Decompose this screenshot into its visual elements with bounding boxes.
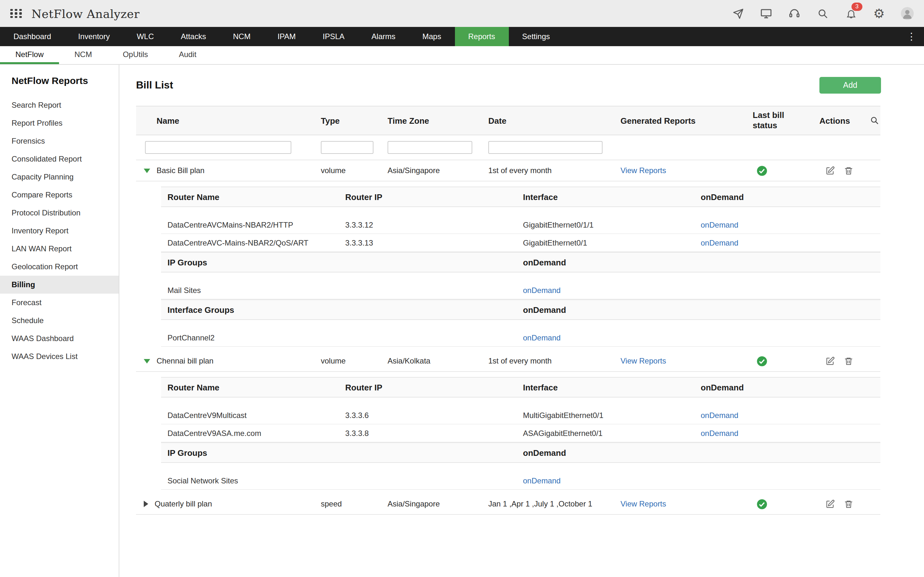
tab-netflow[interactable]: NetFlow bbox=[0, 46, 59, 64]
view-reports-link[interactable]: View Reports bbox=[620, 166, 666, 175]
nav-item-settings[interactable]: Settings bbox=[509, 27, 564, 46]
ondemand-link[interactable]: onDemand bbox=[701, 411, 738, 420]
col-interface: Interface bbox=[523, 192, 701, 201]
collapse-row-icon[interactable] bbox=[144, 168, 150, 173]
filter-type-input[interactable] bbox=[321, 141, 373, 154]
edit-bill-icon[interactable] bbox=[825, 166, 835, 175]
table-search-icon[interactable] bbox=[870, 116, 879, 127]
router-header-row: Router Name Router IP Interface onDemand bbox=[161, 377, 880, 398]
col-interface: Interface bbox=[523, 382, 701, 392]
app-title: NetFlow Analyzer bbox=[31, 7, 140, 20]
sidebar-item-schedule[interactable]: Schedule bbox=[0, 311, 119, 330]
tab-oputils[interactable]: OpUtils bbox=[107, 46, 164, 64]
view-reports-link[interactable]: View Reports bbox=[620, 356, 666, 366]
user-avatar[interactable] bbox=[901, 7, 914, 20]
table-header-row: Name Type Time Zone Date Generated Repor… bbox=[136, 106, 880, 135]
add-bill-button[interactable]: Add bbox=[819, 77, 881, 93]
ip-groups-header-row: IP Groups onDemand bbox=[161, 442, 880, 463]
main-nav: Dashboard Inventory WLC Attacks NCM IPAM… bbox=[0, 27, 924, 46]
sidebar-item-protocol-distribution[interactable]: Protocol Distribution bbox=[0, 204, 119, 222]
bill-list-panel: Bill List Add Name Type Time Zone Date G… bbox=[120, 65, 924, 577]
sidebar-item-billing[interactable]: Billing bbox=[0, 276, 119, 293]
bill-row-quaterly: Quaterly bill plan speed Asia/Singapore … bbox=[136, 494, 880, 515]
ip-group-row: Mail Sites onDemand bbox=[161, 282, 880, 300]
sidebar-item-capacity-planning[interactable]: Capacity Planning bbox=[0, 168, 119, 186]
search-icon[interactable] bbox=[816, 7, 829, 20]
sidebar-item-consolidated-report[interactable]: Consolidated Report bbox=[0, 150, 119, 168]
headset-support-icon[interactable] bbox=[788, 7, 801, 20]
expand-row-icon[interactable] bbox=[144, 501, 148, 507]
sidebar-item-waas-devices-list[interactable]: WAAS Devices List bbox=[0, 348, 119, 366]
ip-groups-title: IP Groups bbox=[168, 448, 523, 458]
sidebar-item-forensics[interactable]: Forensics bbox=[0, 132, 119, 150]
router-name: DataCentreV9Multicast bbox=[168, 411, 345, 420]
reports-sidebar: NetFlow Reports Search Report Report Pro… bbox=[0, 65, 120, 577]
delete-bill-icon[interactable] bbox=[844, 166, 853, 175]
sidebar-item-waas-dashboard[interactable]: WAAS Dashboard bbox=[0, 330, 119, 348]
bill-time-zone: Asia/Singapore bbox=[388, 500, 488, 508]
sidebar-item-inventory-report[interactable]: Inventory Report bbox=[0, 222, 119, 240]
ondemand-link[interactable]: onDemand bbox=[523, 333, 561, 342]
nav-item-ncm[interactable]: NCM bbox=[220, 27, 264, 46]
ondemand-link[interactable]: onDemand bbox=[523, 476, 561, 485]
nav-overflow-kebab-icon[interactable]: ⋮ bbox=[899, 27, 924, 46]
ondemand-link[interactable]: onDemand bbox=[523, 285, 561, 295]
delete-bill-icon[interactable] bbox=[844, 356, 853, 366]
nav-item-alarms[interactable]: Alarms bbox=[358, 27, 409, 46]
sidebar-item-compare-reports[interactable]: Compare Reports bbox=[0, 186, 119, 204]
router-header-row: Router Name Router IP Interface onDemand bbox=[161, 187, 880, 207]
apps-grid-icon[interactable] bbox=[10, 9, 23, 18]
bill-date: 1st of every month bbox=[488, 356, 620, 366]
filter-name-input[interactable] bbox=[145, 141, 291, 154]
screen-share-icon[interactable] bbox=[760, 7, 772, 20]
ip-group-name: Social Network Sites bbox=[168, 476, 523, 485]
router-ip: 3.3.3.13 bbox=[345, 238, 523, 247]
ondemand-link[interactable]: onDemand bbox=[701, 220, 738, 229]
nav-item-reports[interactable]: Reports bbox=[455, 27, 509, 46]
bill-date: 1st of every month bbox=[488, 166, 620, 175]
ondemand-link[interactable]: onDemand bbox=[701, 429, 738, 438]
filter-date-input[interactable] bbox=[488, 141, 603, 154]
delete-bill-icon[interactable] bbox=[844, 499, 853, 509]
nav-item-maps[interactable]: Maps bbox=[409, 27, 455, 46]
ondemand-link[interactable]: onDemand bbox=[701, 238, 738, 247]
nav-item-dashboard[interactable]: Dashboard bbox=[0, 27, 65, 46]
view-reports-link[interactable]: View Reports bbox=[620, 500, 666, 508]
nav-item-wlc[interactable]: WLC bbox=[123, 27, 167, 46]
sidebar-item-search-report[interactable]: Search Report bbox=[0, 96, 119, 114]
sidebar-item-report-profiles[interactable]: Report Profiles bbox=[0, 114, 119, 132]
nav-item-attacks[interactable]: Attacks bbox=[168, 27, 220, 46]
router-name: DataCentreAVCMains-NBAR2/HTTP bbox=[168, 220, 345, 229]
status-success-icon bbox=[756, 165, 767, 176]
tab-audit[interactable]: Audit bbox=[163, 46, 212, 64]
filter-time-zone-input[interactable] bbox=[388, 141, 472, 154]
router-interface: ASAGigabitEthernet0/1 bbox=[523, 429, 701, 438]
router-name: DataCentreV9ASA.me.com bbox=[168, 429, 345, 438]
sidebar-item-lan-wan-report[interactable]: LAN WAN Report bbox=[0, 240, 119, 258]
last-bill-status-cell bbox=[753, 498, 819, 509]
notification-badge: 3 bbox=[851, 3, 863, 11]
bill-row-basic: Basic Bill plan volume Asia/Singapore 1s… bbox=[136, 160, 880, 181]
edit-bill-icon[interactable] bbox=[825, 356, 835, 366]
col-header-type: Type bbox=[321, 116, 388, 125]
nav-item-inventory[interactable]: Inventory bbox=[65, 27, 123, 46]
sidebar-item-forecast[interactable]: Forecast bbox=[0, 293, 119, 311]
edit-bill-icon[interactable] bbox=[825, 499, 835, 509]
settings-gear-icon[interactable]: ⚙ bbox=[873, 7, 885, 20]
bill-name: Basic Bill plan bbox=[157, 166, 204, 175]
bill-name: Chennai bill plan bbox=[157, 356, 213, 366]
bill-table: Name Type Time Zone Date Generated Repor… bbox=[136, 106, 880, 515]
col-header-time-zone: Time Zone bbox=[388, 116, 488, 125]
last-bill-status-cell bbox=[753, 165, 819, 176]
launch-rocket-icon[interactable] bbox=[732, 7, 744, 20]
tab-ncm[interactable]: NCM bbox=[59, 46, 107, 64]
ip-groups-title: IP Groups bbox=[168, 258, 523, 267]
col-router-ip: Router IP bbox=[345, 382, 523, 392]
col-header-generated-reports: Generated Reports bbox=[620, 116, 753, 125]
sidebar-item-geolocation-report[interactable]: Geolocation Report bbox=[0, 258, 119, 276]
notifications-bell-icon[interactable]: 3 bbox=[845, 7, 857, 20]
nav-item-ipam[interactable]: IPAM bbox=[264, 27, 309, 46]
collapse-row-icon[interactable] bbox=[144, 359, 150, 363]
nav-item-ipsla[interactable]: IPSLA bbox=[309, 27, 358, 46]
col-ondemand: onDemand bbox=[701, 192, 880, 201]
